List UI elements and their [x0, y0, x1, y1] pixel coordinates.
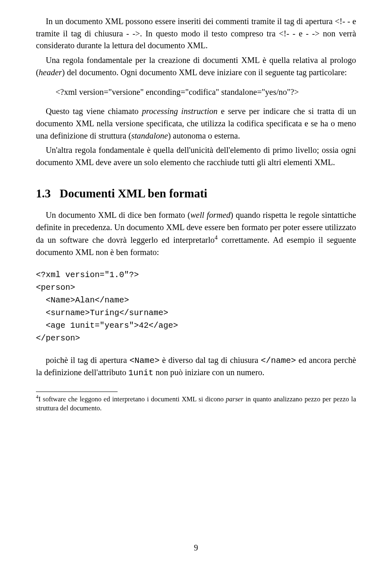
- paragraph-root-element: Un'altra regola fondamentale è quella de…: [36, 144, 356, 168]
- text: ) del documento. Ogni documento XML deve…: [62, 68, 347, 77]
- paragraph-prolog: Una regola fondamentale per la creazione…: [36, 54, 356, 78]
- text: In un documento XML possono essere inser…: [36, 17, 356, 50]
- text: è diverso dal tag di chiusura: [160, 356, 261, 365]
- footnote: 4I software che leggono ed interpretano …: [36, 394, 356, 413]
- paragraph-comments: In un documento XML possono essere inser…: [36, 16, 356, 52]
- text: <?xml version="versione" enconding="codi…: [56, 87, 299, 96]
- text: Un documento XML di dice ben formato (: [46, 210, 190, 219]
- section-number: 1.3: [36, 187, 51, 200]
- text: Un'altra regola fondamentale è quella de…: [36, 145, 356, 167]
- text-italic: parser: [226, 395, 243, 403]
- text: poichè il tag di apertura: [46, 356, 129, 365]
- text: ) autonoma o esterna.: [168, 131, 240, 140]
- text: non può iniziare con un numero.: [154, 368, 265, 377]
- footnote-separator: [36, 392, 118, 392]
- footnote-ref: 4: [215, 234, 218, 241]
- section-heading: 1.3 Documenti XML ben formati: [36, 187, 356, 200]
- text-italic: processing instruction: [142, 107, 218, 116]
- text: Questo tag viene chiamato: [46, 107, 142, 116]
- page: In un documento XML possono essere inser…: [0, 0, 392, 564]
- code-inline: 1unit: [128, 368, 154, 378]
- text: I software che leggono ed interpretano i…: [38, 395, 226, 403]
- page-number: 9: [0, 543, 392, 553]
- xml-example-code: <?xml version="1.0"?> <person> <Name>Ala…: [36, 269, 356, 345]
- code-text: <?xml version="1.0"?> <person> <Name>Ala…: [36, 270, 178, 343]
- section-title: Documenti XML ben formati: [60, 187, 207, 200]
- code-inline: </name>: [261, 356, 296, 365]
- code-inline: <Name>: [129, 356, 160, 365]
- text-italic: standalone: [131, 131, 168, 140]
- paragraph-explanation: poichè il tag di apertura <Name> è diver…: [36, 354, 356, 379]
- text-italic: header: [39, 68, 62, 77]
- processing-instruction-example: <?xml version="versione" enconding="codi…: [56, 86, 356, 98]
- text-italic: well formed: [190, 210, 230, 219]
- paragraph-processing-instruction: Questo tag viene chiamato processing ins…: [36, 105, 356, 142]
- paragraph-well-formed: Un documento XML di dice ben formato (we…: [36, 209, 356, 259]
- text: 9: [194, 543, 198, 552]
